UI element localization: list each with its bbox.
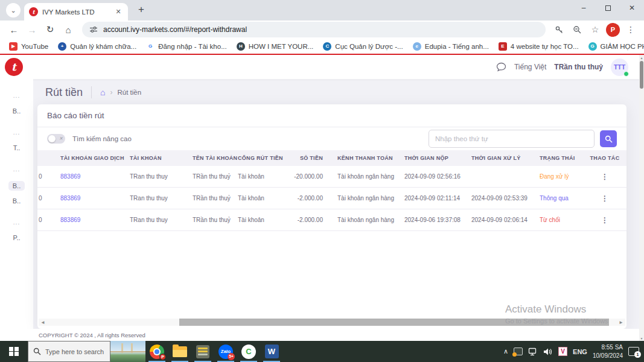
windows-taskbar: Type here to search P Zalo5+ — [0, 341, 644, 362]
clock[interactable]: 8:55 SA 10/09/2024 — [593, 343, 623, 360]
sidebar-item-4[interactable]: B.. — [13, 197, 21, 206]
bridge-deck — [110, 351, 145, 352]
tab-close-icon[interactable]: ✕ — [113, 7, 123, 17]
bookmark-giam-hoc-phi[interactable]: GGIẢM HỌC PHÍ - Họ... — [584, 41, 644, 52]
site-header: t Tiếng Việt TRần thu thuỷ TTT — [0, 55, 644, 79]
bookmark-cuc-quan-ly-duoc[interactable]: CCục Quản lý Dược -... — [319, 41, 407, 52]
cell-amount: -2.000.00 — [289, 195, 337, 202]
bookmark-youtube[interactable]: ▶YouTube — [5, 41, 53, 52]
cell-channel: Tài khoản ngân hàng — [337, 195, 404, 202]
bookmark-star-icon[interactable]: ☆ — [588, 22, 602, 37]
order-search-input[interactable] — [429, 130, 595, 148]
toolbar-right: ☆ P ⋮ — [552, 22, 638, 37]
reload-button[interactable]: ↻ — [42, 22, 58, 37]
language-indicator[interactable]: ENG — [573, 348, 587, 355]
network-icon[interactable] — [528, 348, 538, 356]
file-explorer-taskbar-icon[interactable] — [168, 341, 191, 362]
address-bar[interactable]: account.ivy-markets.com/#/report-withdra… — [82, 22, 546, 37]
trading-account-link[interactable]: 883869 — [60, 217, 130, 223]
cell-channel: Tài khoản ngân hàng — [337, 173, 404, 180]
news-widget-thumbnail[interactable] — [110, 341, 145, 362]
vietkey-tray-icon[interactable]: V — [558, 347, 567, 356]
new-tab-button[interactable]: + — [134, 2, 148, 17]
zalo-taskbar-icon[interactable]: Zalo5+ — [214, 341, 237, 362]
cell-amount: -20.000.00 — [289, 173, 337, 180]
coccoc-taskbar-icon[interactable]: C — [237, 341, 260, 362]
row-actions-kebab-icon[interactable]: ⋮ — [601, 194, 608, 203]
zalo-icon: Zalo5+ — [218, 345, 233, 359]
bookmark-4-website[interactable]: E4 website tự học TO... — [494, 41, 583, 52]
site-icon: E — [499, 42, 507, 51]
browser-tab-strip: ⌄ t IVY Markets LTD ✕ + – ✕ — [0, 0, 644, 21]
word-taskbar-icon[interactable]: W — [260, 341, 283, 362]
vertical-scroll-thumb[interactable] — [640, 61, 643, 89]
minimize-button[interactable]: – — [572, 0, 596, 16]
avatar-initials: TTT — [614, 63, 625, 71]
chat-bubble-icon[interactable] — [496, 62, 506, 72]
sidebar-item-2[interactable]: T.. — [13, 144, 21, 153]
language-switcher[interactable]: Tiếng Việt — [514, 63, 546, 71]
trading-account-link[interactable]: 883869 — [60, 173, 130, 180]
trading-account-link[interactable]: 883869 — [60, 195, 130, 202]
chrome-taskbar-icon[interactable]: P — [145, 341, 168, 362]
browser-menu-icon[interactable]: ⋮ — [623, 22, 638, 37]
scroll-left-icon[interactable]: ◄ — [39, 320, 47, 325]
close-window-button[interactable]: ✕ — [620, 0, 644, 16]
youtube-icon: ▶ — [9, 42, 18, 51]
cell-gateway: Tài khoản — [238, 173, 289, 180]
home-button[interactable]: ⌂ — [60, 22, 76, 37]
tab-search-button[interactable]: ⌄ — [6, 3, 21, 17]
screen: ⌄ t IVY Markets LTD ✕ + – ✕ ← → ↻ ⌂ acco… — [0, 0, 644, 362]
browser-tab[interactable]: t IVY Markets LTD ✕ — [24, 3, 128, 21]
breadcrumb-home-icon[interactable]: ⌂ — [100, 88, 105, 97]
header-username[interactable]: TRần thu thuỷ — [554, 63, 603, 71]
search-button[interactable] — [600, 130, 617, 147]
browser-profile-avatar[interactable]: P — [606, 23, 620, 37]
bookmark-how-i-met-your[interactable]: HHOW I MET YOUR... — [232, 41, 318, 52]
horizontal-scrollbar[interactable]: ◄ ► — [39, 319, 625, 326]
cell-processed-at: 2024-09-09 02:06:14 — [471, 217, 540, 223]
password-key-icon[interactable] — [552, 22, 566, 37]
bookmark-dang-nhap[interactable]: GĐăng nhập - Tài kho... — [142, 41, 231, 52]
chrome-icon: P — [150, 345, 164, 359]
site-settings-icon[interactable] — [89, 25, 98, 34]
tray-chevron-icon[interactable]: ∧ — [503, 348, 508, 355]
table-row: 0 883869 TRan thu thuy TRần thu thuỷ Tài… — [37, 209, 626, 231]
maximize-button[interactable] — [596, 0, 620, 16]
scroll-up-icon[interactable]: ▲ — [639, 55, 644, 60]
horizontal-scroll-thumb[interactable] — [179, 319, 609, 326]
tab-title: IVY Markets LTD — [42, 8, 109, 16]
url-text: account.ivy-markets.com/#/report-withdra… — [103, 25, 247, 34]
taskbar-search[interactable]: Type here to search — [28, 341, 110, 362]
status-badge: Đang xử lý — [540, 173, 585, 180]
sidebar-item-1[interactable]: B.. — [13, 107, 21, 116]
row-actions-kebab-icon[interactable]: ⋮ — [601, 173, 608, 181]
scroll-right-icon[interactable]: ► — [617, 320, 625, 325]
action-center-icon[interactable]: 1 — [628, 347, 639, 356]
bookmark-edupia[interactable]: eEdupia - Tiếng anh... — [409, 41, 493, 52]
forward-button[interactable]: → — [24, 22, 40, 37]
volume-icon[interactable] — [543, 348, 553, 356]
bookmark-quan-ly-kham-chua[interactable]: +Quản lý khám chữa... — [54, 41, 141, 52]
table-row: 0 883869 TRan thu thuy TRần thu thuỷ Tài… — [37, 166, 626, 188]
browser-toolbar: ← → ↻ ⌂ account.ivy-markets.com/#/report… — [0, 21, 644, 39]
ivy-markets-logo[interactable]: t — [5, 58, 23, 76]
status-badge: Thông qua — [540, 195, 585, 202]
cell-id-fragment: 0 — [37, 217, 60, 223]
back-button[interactable]: ← — [6, 22, 22, 37]
start-button[interactable] — [0, 341, 28, 362]
scroll-down-icon[interactable]: ▼ — [639, 335, 644, 341]
user-avatar[interactable]: TTT — [611, 59, 628, 76]
table-row: 0 883869 TRan thu thuy TRần thu thuỷ Tài… — [37, 188, 626, 209]
column-header: CỔNG RÚT TIỀN — [238, 155, 289, 161]
card-controls: ✕ Tìm kiếm nâng cao — [37, 127, 626, 150]
advanced-search-toggle[interactable]: ✕ — [47, 134, 65, 144]
database-tool-taskbar-icon[interactable] — [191, 341, 214, 362]
sidebar-item-3-active[interactable]: B.. — [8, 181, 25, 191]
vertical-scrollbar[interactable]: ▲ ▼ — [639, 55, 644, 341]
zoom-indicator-icon[interactable] — [570, 22, 584, 37]
ultraviewer-tray-icon[interactable] — [514, 348, 523, 355]
row-actions-kebab-icon[interactable]: ⋮ — [601, 216, 608, 224]
sidebar-item-5[interactable]: P.. — [13, 234, 20, 243]
chevron-right-icon: › — [110, 88, 113, 97]
